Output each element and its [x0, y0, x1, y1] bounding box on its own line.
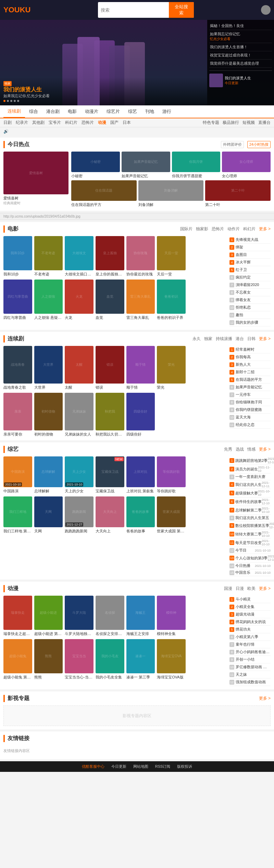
- variety-rank-8[interactable]: 8 我们这次的人生第五: [229, 515, 271, 521]
- hero-dot-4[interactable]: [14, 100, 16, 102]
- nav2-travel[interactable]: 极品旅行: [223, 120, 239, 126]
- footer-nav-sitemap[interactable]: 网站地图: [133, 764, 148, 769]
- anime-card-12[interactable]: 海绵宝宝OVA 海绵宝宝OVA版: [157, 639, 186, 680]
- movie-rank-5[interactable]: 5 红子卫: [229, 266, 271, 274]
- drama-card-5[interactable]: 顺于情 顺于情: [126, 346, 155, 390]
- hero-dot-2[interactable]: [7, 100, 9, 102]
- variety-tab-3[interactable]: 情感: [247, 446, 256, 452]
- variety-card-12[interactable]: 世家大成国 世家大成国 第三季: [157, 496, 186, 534]
- anime-rank-8[interactable]: 8 开心小妈妈爸爸迪迪地: [229, 648, 271, 656]
- movie-card-1[interactable]: 我和10步 我和10步: [3, 236, 32, 277]
- drama-rank-8[interactable]: 8 你给猫咪抱子同: [229, 399, 271, 406]
- drama-rank-9[interactable]: 9 你我约饼甜蜜路: [229, 406, 271, 414]
- anime-tab-2[interactable]: 日漫: [236, 586, 244, 592]
- nav2-short[interactable]: 短视频: [242, 120, 255, 126]
- movie-rank-7[interactable]: 7 演绎霸留2020: [229, 281, 271, 289]
- nav-item-anime-film[interactable]: 动漫片: [81, 106, 102, 117]
- movie-more[interactable]: 更多 >: [259, 226, 271, 232]
- hero-dot-3[interactable]: [10, 100, 12, 102]
- nav-item-movie[interactable]: 电影: [64, 106, 81, 117]
- nav-item-travel[interactable]: 游行: [158, 106, 175, 117]
- anime-rank-12[interactable]: 12 强加组成数值动画: [229, 678, 271, 686]
- drama-card-11[interactable]: 四级你好 四级你好: [126, 393, 155, 437]
- movie-rank-1[interactable]: 1 先锋视觉大战: [229, 236, 271, 244]
- variety-rank-13[interactable]: 13 个人心游知的第3季 2021-12-10: [229, 554, 271, 562]
- anime-card-4[interactable]: 名侦探 名侦探之安排自夺路: [96, 596, 124, 636]
- variety-card-3[interactable]: 天上少女 2021-10-10 天上的少女: [65, 456, 94, 494]
- variety-rank-1[interactable]: 1 跳跳舞蹈营地第2季 2021-12-10: [229, 456, 271, 465]
- hero-sidebar-item-4[interactable]: 祝贺宝宝超过成功表现！: [209, 51, 272, 60]
- movie-card-7[interactable]: 四红与寒普曲 四红与寒普曲: [3, 280, 32, 320]
- anime-card-5[interactable]: 海贼王 海贼王之安排: [126, 596, 155, 636]
- footer-nav-updates[interactable]: 今日更新: [111, 764, 126, 769]
- movie-rank-10[interactable]: 10 拒绝私恋: [229, 304, 271, 311]
- anime-card-6[interactable]: 模特神 模特神全集: [157, 596, 186, 636]
- anime-card-9[interactable]: 宝宝当当 宝宝当当心-当当总是送东西: [65, 639, 94, 680]
- drama-card-4[interactable]: 错误 错误: [96, 346, 124, 390]
- hot-card-3[interactable]: 你我月饼 你我月饼节遇甜蜜: [172, 152, 221, 179]
- time-btn-24h[interactable]: 24小时热搜: [247, 141, 271, 148]
- hero-sidebar-item-3[interactable]: 我们的滚烫人生首播！: [209, 43, 272, 51]
- hot-card-5[interactable]: 住在我话题 住在我话题的平方: [71, 180, 137, 207]
- drama-tab-3[interactable]: 持续滚播: [216, 336, 232, 342]
- drama-card-8[interactable]: 初时借物 初时的借物: [34, 393, 63, 437]
- movie-rank-8[interactable]: 8 不忘夜女: [229, 289, 271, 296]
- anime-card-1[interactable]: 瑞拿快走 瑞拿快走之超级行走左代: [3, 596, 32, 636]
- anime-rank-11[interactable]: 11 天之妹: [229, 671, 271, 678]
- time-btn-external[interactable]: 外聘团评价: [221, 141, 244, 148]
- nav2-item-scifi[interactable]: 科幻片: [65, 120, 77, 126]
- anime-tab-1[interactable]: 国漫: [224, 586, 232, 592]
- footer-nav-copyright[interactable]: 版权投诉: [177, 764, 192, 769]
- drama-rank-7[interactable]: 7 一元停车: [229, 391, 271, 399]
- drama-rank-4[interactable]: 4 新郎十二招: [229, 368, 271, 376]
- drama-rank-3[interactable]: 3 新热人大: [229, 361, 271, 368]
- movie-tab-4[interactable]: 动作片: [227, 226, 240, 232]
- variety-rank-9[interactable]: 9 数位校院联播第五季 2021-12-10: [229, 521, 271, 530]
- drama-tab-1[interactable]: 永久: [192, 336, 201, 342]
- hero-sidebar-item-5[interactable]: 我觉得乔什是最美总感觉合理: [209, 60, 272, 68]
- movie-tab-5[interactable]: 科幻片: [243, 226, 256, 232]
- drama-card-7[interactable]: 亲亲 亲亲可要你: [3, 393, 32, 437]
- nav2-item-daily[interactable]: 日剧: [3, 120, 12, 126]
- nav2-item-japan[interactable]: 日本: [123, 120, 131, 126]
- hot-card-4[interactable]: 女心理师 女心理师: [222, 152, 271, 179]
- nav2-item-other[interactable]: 其他剧: [32, 120, 45, 126]
- movie-card-5[interactable]: 协你玫瑰 协你最近的玫瑰: [126, 236, 155, 277]
- nav-item-drama[interactable]: 连续剧: [3, 105, 25, 118]
- variety-card-9[interactable]: 跑跑新闻 2021-12-27 跑跑跑跑新闻: [65, 496, 94, 534]
- movie-card-11[interactable]: 雷三角大暴乱 雷三角大暴乱: [126, 280, 155, 320]
- anime-rank-5[interactable]: 5 绣花功夫: [229, 626, 271, 633]
- anime-card-7[interactable]: 超级小能兔 超级小能兔 第三季: [3, 639, 32, 680]
- drama-card-9[interactable]: 兄弟妹妹 兄弟妹妹的女人: [65, 393, 94, 437]
- nav-item-variety-film[interactable]: 综艺片: [102, 106, 124, 117]
- drama-rank-11[interactable]: 11 经此你之恋: [229, 421, 271, 429]
- nav-item-general[interactable]: 综合: [25, 106, 42, 117]
- hero-main[interactable]: 独家 我们的滚烫人生 如果我忘记你,忆光少女必看: [0, 20, 207, 105]
- variety-tab-1[interactable]: 先秀: [224, 446, 232, 452]
- variety-rank-5[interactable]: 5 超级接触大赛 2021-10-10: [229, 489, 271, 497]
- variety-card-6[interactable]: 等你跳好歌 等你跳好歌: [157, 456, 186, 494]
- anime-card-3[interactable]: 斗罗大陆 斗罗大陆地独立世界们: [65, 596, 94, 636]
- variety-rank-7[interactable]: 7 总球解解第二季 2021-10-10: [229, 506, 271, 515]
- drama-card-10[interactable]: 秋把我 秋把我以久切的泡: [96, 393, 124, 437]
- variety-rank-12[interactable]: 12 今节目 2021-10-10: [229, 547, 271, 554]
- anime-rank-1[interactable]: 1 斗小精灵: [229, 596, 271, 603]
- movie-rank-11[interactable]: 11 趣拍: [229, 311, 271, 319]
- variety-rank-3[interactable]: 3 一年一度喜剧大赛: [229, 474, 271, 480]
- movie-rank-4[interactable]: 4 冰火平辉: [229, 259, 271, 266]
- film-topic-more[interactable]: 更多 >: [259, 696, 271, 701]
- variety-tab-2[interactable]: 选战: [236, 446, 244, 452]
- variety-card-2[interactable]: 总球解解 总球解解: [34, 456, 63, 494]
- drama-card-2[interactable]: 大世界 大世界: [34, 346, 63, 390]
- movie-rank-12[interactable]: 12 我的女的步骤: [229, 319, 271, 326]
- nav-item-hktw[interactable]: 港台剧: [42, 106, 64, 117]
- hot-card-2[interactable]: 如果声音能记忆 如果声音能记忆: [122, 152, 170, 179]
- movie-tab-2[interactable]: 独家影: [196, 226, 208, 232]
- variety-rank-14[interactable]: 14 今日热播 2021-10-10: [229, 562, 271, 569]
- anime-rank-10[interactable]: 10 罗亿修数据动画 决战！: [229, 663, 271, 671]
- variety-rank-15[interactable]: 15 中国音乐 2021-10-10: [229, 569, 271, 576]
- variety-card-8[interactable]: 天网 天网: [34, 496, 63, 534]
- anime-card-2[interactable]: 超级小能进 超级小能进 第二季: [34, 596, 63, 636]
- nav-item-region[interactable]: 刊地: [141, 106, 158, 117]
- search-button[interactable]: 全站搜索: [169, 2, 194, 18]
